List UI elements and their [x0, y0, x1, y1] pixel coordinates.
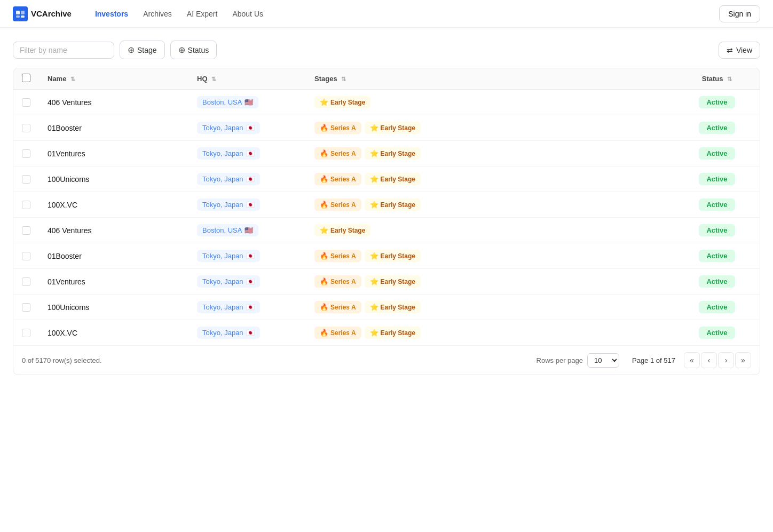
rows-per-page-select[interactable]: 10 20 50 100 [587, 353, 619, 368]
status-header-label: Status [702, 75, 723, 83]
stage-icon: ⭐ [370, 124, 378, 132]
stage-label: Early Stage [381, 329, 415, 337]
investor-name: 100X.VC [48, 201, 77, 209]
status-cell: Active [674, 141, 760, 166]
nav-links: Investors Archives AI Expert About Us [89, 6, 719, 21]
name-header-label: Name [48, 75, 66, 83]
stage-filter-label: Stage [137, 46, 157, 54]
nav-investors[interactable]: Investors [89, 6, 135, 21]
hq-badge: Tokyo, Japan🇯🇵 [197, 250, 260, 262]
hq-text: Tokyo, Japan [202, 149, 243, 157]
table-row: 100X.VCTokyo, Japan🇯🇵🔥Series A⭐Early Sta… [13, 320, 760, 346]
table-footer: 0 of 5170 row(s) selected. Rows per page… [13, 345, 760, 375]
filter-name-input[interactable] [13, 42, 114, 59]
stage-filter-button[interactable]: ⊕ Stage [120, 41, 165, 59]
investor-name: 100X.VC [48, 329, 77, 337]
main-content: ⊕ Stage ⊕ Status ⇄ View Name ⇅ [0, 28, 773, 375]
logo-link[interactable]: VCArchive [13, 6, 72, 21]
status-badge: Active [699, 250, 735, 262]
view-label: View [736, 46, 752, 54]
status-cell: Active [674, 90, 760, 115]
stage-label: Early Stage [381, 252, 415, 260]
svg-rect-1 [21, 11, 25, 14]
row-checkbox[interactable] [22, 149, 30, 158]
stage-label: Early Stage [381, 278, 415, 285]
row-checkbox[interactable] [22, 98, 30, 107]
stages-cell: 🔥Series A⭐Early Stage [306, 192, 674, 218]
hq-badge: Tokyo, Japan🇯🇵 [197, 198, 260, 211]
stage-icon: ⭐ [370, 201, 378, 209]
hq-flag-icon: 🇯🇵 [246, 303, 255, 311]
stage-icon: ⭐ [370, 175, 378, 183]
select-all-header[interactable] [13, 68, 39, 90]
stage-icon: ⭐ [370, 277, 378, 285]
stage-label: Series A [330, 201, 356, 209]
table-header-row: Name ⇅ HQ ⇅ Stages ⇅ Status ⇅ [13, 68, 760, 90]
stage-icon: ⭐ [370, 252, 378, 260]
row-checkbox[interactable] [22, 277, 30, 286]
stages-column-header[interactable]: Stages ⇅ [306, 68, 674, 90]
stages-cell: 🔥Series A⭐Early Stage [306, 295, 674, 320]
stage-icon: 🔥 [320, 252, 328, 260]
stage-label: Series A [330, 150, 356, 157]
stage-badge: ⭐Early Stage [314, 224, 370, 236]
table-row: 01BoosterTokyo, Japan🇯🇵🔥Series A⭐Early S… [13, 115, 760, 141]
status-sort-icon: ⇅ [727, 76, 732, 82]
stages-sort-icon: ⇅ [341, 76, 346, 82]
nav-ai-expert[interactable]: AI Expert [180, 6, 224, 21]
status-cell: Active [674, 269, 760, 295]
stage-label: Early Stage [381, 304, 415, 311]
table-row: 01VenturesTokyo, Japan🇯🇵🔥Series A⭐Early … [13, 269, 760, 295]
hq-flag-icon: 🇯🇵 [246, 329, 255, 337]
stage-badge: ⭐Early Stage [365, 147, 421, 160]
prev-page-button[interactable]: ‹ [701, 352, 717, 368]
select-all-checkbox[interactable] [22, 74, 30, 82]
row-checkbox[interactable] [22, 252, 30, 260]
hq-text: Boston, USA [202, 226, 242, 234]
sign-in-button[interactable]: Sign in [719, 5, 760, 22]
next-page-button[interactable]: › [718, 352, 734, 368]
stages-cell: 🔥Series A⭐Early Stage [306, 115, 674, 141]
status-filter-button[interactable]: ⊕ Status [170, 41, 217, 59]
stage-icon: 🔥 [320, 201, 328, 209]
status-cell: Active [674, 243, 760, 269]
stage-plus-icon: ⊕ [128, 45, 135, 55]
first-page-button[interactable]: « [684, 352, 700, 368]
row-checkbox[interactable] [22, 175, 30, 184]
row-checkbox[interactable] [22, 329, 30, 337]
row-checkbox[interactable] [22, 201, 30, 209]
stages-cell: ⭐Early Stage [306, 218, 674, 243]
stage-label: Early Stage [381, 201, 415, 209]
last-page-button[interactable]: » [735, 352, 751, 368]
hq-text: Tokyo, Japan [202, 252, 243, 260]
nav-archives[interactable]: Archives [137, 6, 178, 21]
stages-cell: 🔥Series A⭐Early Stage [306, 320, 674, 346]
view-button[interactable]: ⇄ View [719, 42, 760, 59]
investor-name: 100Unicorns [48, 303, 90, 312]
hq-sort-icon: ⇅ [211, 76, 216, 82]
svg-rect-3 [21, 15, 25, 18]
navbar: VCArchive Investors Archives AI Expert A… [0, 0, 773, 28]
hq-text: Tokyo, Japan [202, 329, 243, 337]
status-badge: Active [699, 198, 735, 211]
stage-badge: ⭐Early Stage [365, 250, 421, 262]
status-cell: Active [674, 295, 760, 320]
status-badge: Active [699, 224, 735, 236]
stage-icon: 🔥 [320, 175, 328, 183]
stage-icon: ⭐ [320, 226, 328, 234]
stage-label: Series A [330, 278, 356, 285]
name-column-header[interactable]: Name ⇅ [39, 68, 188, 90]
row-checkbox[interactable] [22, 226, 30, 235]
nav-about-us[interactable]: About Us [226, 6, 270, 21]
row-checkbox[interactable] [22, 303, 30, 312]
stage-badge: 🔥Series A [314, 122, 361, 134]
row-checkbox[interactable] [22, 124, 30, 132]
hq-flag-icon: 🇯🇵 [246, 277, 255, 285]
hq-column-header[interactable]: HQ ⇅ [188, 68, 306, 90]
stage-badge: 🔥Series A [314, 301, 361, 313]
status-badge: Active [699, 327, 735, 339]
stages-cell: 🔥Series A⭐Early Stage [306, 141, 674, 166]
status-column-header[interactable]: Status ⇅ [674, 68, 760, 90]
name-sort-icon: ⇅ [70, 76, 75, 82]
investor-name: 100Unicorns [48, 175, 90, 184]
